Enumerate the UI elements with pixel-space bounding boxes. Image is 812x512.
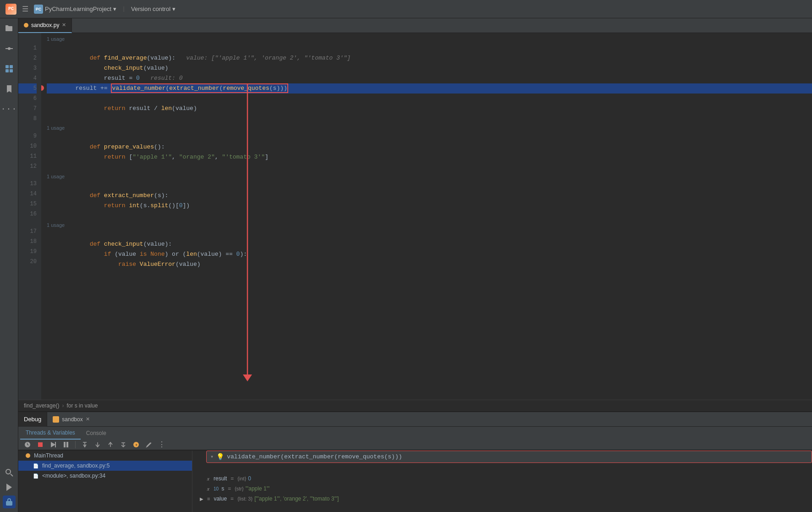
var-s-equals: = [228,485,231,492]
sidebar-icon-debug[interactable] [3,495,16,508]
debug-step-down-btn[interactable] [92,440,103,450]
debug-resume-btn[interactable] [48,440,59,450]
project-selector[interactable]: PC PyCharmLearningProject ▾ [34,5,116,14]
tab-bar: sandbox.py ✕ [18,18,812,33]
var-item-value[interactable]: ▶ ≡ value = {list: 3} ["'apple 1'", 'ora… [192,494,812,504]
code-line-1: def find_average(value): value: ["'apple… [47,43,812,53]
svg-point-0 [8,47,11,50]
tab-sandbox-py[interactable]: sandbox.py ✕ [18,18,72,33]
svg-rect-6 [10,69,13,72]
version-control-dropdown-icon: ▾ [172,6,176,12]
code-line-15 [47,201,812,211]
code-line-11 [47,152,812,162]
version-control-menu[interactable]: Version control ▾ [131,6,176,12]
svg-marker-12 [243,374,252,381]
code-line-16 [47,211,812,221]
breadcrumb-bar: find_average() › for s in value [18,400,812,411]
var-s-name: s [221,485,224,492]
frame-module[interactable]: 📄 <module>, sandbox.py:34 [18,471,192,481]
sandbox-tab-close[interactable]: ✕ [86,416,90,422]
code-line-4: for s in value: s: "'apple 1'" [47,73,812,83]
var-value-expand[interactable]: ▶ [200,496,205,501]
debug-content: MainThread 📄 find_average, sandbox.py:5 … [18,451,812,512]
breadcrumb-item-2[interactable]: for s in value [66,402,98,409]
main-layout: ··· sandbox.py ✕ [0,18,812,512]
eval-collapse-icon[interactable]: ▾ [210,453,214,460]
sidebar-icon-bookmark[interactable] [3,83,16,95]
tab-label: sandbox.py [31,22,59,28]
sidebar-icon-folder[interactable] [3,22,16,35]
console-tab[interactable]: Console [81,427,112,440]
breadcrumb-item-1[interactable]: find_average() [24,402,59,409]
code-line-13: def extract_number(s): [47,181,812,191]
thread-main[interactable]: MainThread [18,451,192,461]
code-container: 1 2 3 4 5 6 7 8 9 10 11 12 13 14 15 [18,33,812,400]
eval-expression-text[interactable]: validate_number(extract_number(remove_qu… [227,453,808,460]
eval-bulb-icon: 💡 [216,453,224,461]
var-value-type: {list: 3} [237,496,252,501]
var-item-s[interactable]: 𝒙 10 s = {str} "'apple 1'" [192,484,812,494]
debug-stop-btn[interactable] [35,440,46,450]
hamburger-menu-icon[interactable]: ☰ [22,5,28,14]
code-line-19: raise ValueError(value) [47,249,812,259]
eval-expression-box[interactable]: ▾ 💡 validate_number(extract_number(remov… [206,451,812,463]
var-value-equals: = [230,495,234,502]
debug-step-up-btn[interactable] [105,440,116,450]
debug-more-btn[interactable]: ⋮ [156,440,167,450]
svg-rect-17 [66,442,68,447]
debug-step-into-btn[interactable] [79,440,90,450]
sandbox-tab-icon [53,416,59,423]
separator: | [122,6,126,12]
tab-close-button[interactable]: ✕ [62,22,66,28]
svg-rect-13 [38,442,43,447]
sidebar-icon-more[interactable]: ··· [3,103,16,116]
project-dropdown-icon[interactable]: ▾ [113,6,116,12]
debug-tab-label[interactable]: Debug [18,412,47,427]
frame-file-icon-2: 📄 [33,473,38,479]
code-usage-3: 1 usage [47,172,812,181]
code-line-6: return result / len(value) [47,94,812,104]
var-value-list-icon: ≡ [207,496,210,501]
debug-tabs-row: Debug sandbox ✕ [18,412,812,427]
threads-vars-tab[interactable]: Threads & Variables [20,427,81,440]
code-usage-2: 1 usage [47,124,812,132]
sandbox-tab-label: sandbox [62,416,82,423]
svg-marker-9 [6,484,12,491]
var-result-value: 0 [248,475,251,482]
code-line-2: check_input(value) [47,53,812,63]
debug-panel: Debug sandbox ✕ Threads & Variables Cons… [18,411,812,512]
debug-restart-btn[interactable] [22,440,33,450]
app-logo: PC [5,4,16,15]
frame-file-icon-1: 📄 [33,463,38,468]
thread-main-label: MainThread [34,452,63,459]
sidebar-icon-run[interactable] [3,481,16,494]
debug-pause-btn[interactable] [60,440,71,450]
code-lines[interactable]: 1 usage def find_average(value): value: … [41,33,812,400]
code-line-12 [47,162,812,172]
sidebar-icon-commit[interactable] [3,42,16,55]
code-line-3: result = 0 result: 0 [47,63,812,73]
editor-area: 1 2 3 4 5 6 7 8 9 10 11 12 13 14 15 [18,33,812,411]
var-value-val: ["'apple 1'", 'orange 2', "'tomato 3'"] [254,495,339,502]
var-item-result[interactable]: 𝒙 result = {int} 0 [192,473,812,484]
code-line-17: def check_input(value): [47,229,812,239]
toolbar-sep-1 [75,441,76,448]
sidebar-icon-structure[interactable] [3,62,16,75]
debug-edit-btn[interactable] [143,440,154,450]
var-s-value: "'apple 1'" [246,485,269,492]
debug-sandbox-tab[interactable]: sandbox ✕ [47,412,95,427]
breakpoint-line5[interactable] [41,85,44,91]
var-s-icon: 𝒙 [207,486,210,492]
svg-line-8 [11,474,13,476]
code-usage-4: 1 usage [47,221,812,229]
debug-step-out-btn[interactable] [118,440,129,450]
svg-rect-16 [64,442,66,447]
svg-point-7 [6,469,11,474]
debug-evaluate-btn[interactable]: + [131,440,142,450]
code-line-7 [47,104,812,114]
frame-find-average[interactable]: 📄 find_average, sandbox.py:5 [18,461,192,471]
var-result-icon: 𝒙 [207,476,210,482]
code-line-18: if (value is None) or (len(value) == 0): [47,239,812,249]
sidebar-icon-search[interactable] [3,466,16,479]
var-value-name: value [214,495,227,502]
